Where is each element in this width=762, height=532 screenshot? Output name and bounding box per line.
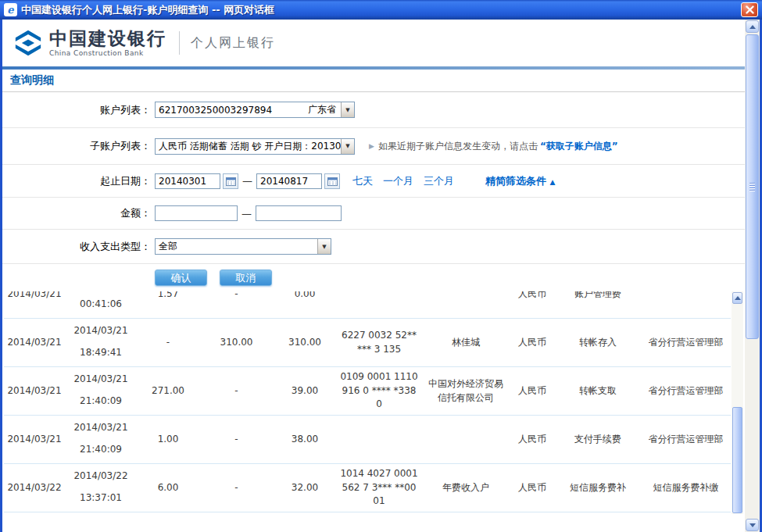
cell-balance: 0.00 (274, 291, 336, 318)
account-number: 6217003250003297894 (156, 105, 308, 116)
bank-name-cn: 中国建设银行 (49, 30, 166, 48)
cell-amount-out: 1.57 (137, 291, 199, 318)
cell-counterparty-name: 林佳城 (422, 319, 510, 366)
cell-trade-date: 2014/03/21 (4, 319, 65, 366)
calendar-from-button[interactable] (223, 173, 238, 189)
subaccount-select[interactable]: 人民币 活期储蓄 活期 钞 开户日期：20130917 ▼ (155, 138, 355, 155)
filter-toggle-link[interactable]: 精简筛选条件 ▲ (485, 174, 555, 188)
account-row: 账户列表： 6217003250003297894 广东省 ▼ (2, 92, 745, 128)
quick-range-link[interactable]: 一个月 (383, 174, 413, 188)
cell-trade-datetime: 2014/03/2121:40:09 (65, 367, 137, 415)
ie-icon: e (4, 3, 17, 16)
dialog-content: 中国建设银行 China Construction Bank 个人网上银行 查询… (2, 20, 745, 532)
fetch-subaccount-link[interactable]: “获取子账户信息” (540, 140, 618, 153)
date-to-input[interactable] (256, 173, 322, 189)
calendar-to-button[interactable] (324, 173, 340, 189)
cell-counterparty-account (336, 416, 422, 463)
button-row: 确认 取消 (2, 264, 745, 291)
cell-counterparty-name (422, 291, 510, 318)
type-select[interactable]: 全部 ▼ (155, 238, 331, 255)
table-scrollbar[interactable] (732, 291, 743, 514)
cell-trade-datetime: 2014/03/2100:41:06 (65, 291, 137, 318)
quick-range-link[interactable]: 七天 (352, 174, 373, 188)
dialog-scroll-up-button[interactable] (746, 20, 759, 33)
dialog-scroll-down-button[interactable] (746, 519, 759, 531)
date-range-row: 起止日期： — 七天一个月三个月 精简筛选条件 (2, 165, 745, 198)
note-arrow-icon: ▶ (369, 142, 374, 150)
scroll-up-icon (749, 25, 756, 29)
bank-header: 中国建设银行 China Construction Bank 个人网上银行 (2, 20, 745, 66)
dialog-scrollbar[interactable] (745, 20, 760, 532)
date-range-dash: — (242, 175, 252, 187)
cell-summary: 转帐存入 (555, 319, 641, 366)
cell-summary: 短信服务费补 (555, 464, 641, 512)
account-region: 广东省 (308, 103, 341, 116)
chevron-down-icon[interactable]: ▼ (341, 139, 354, 154)
header-separator (179, 31, 180, 55)
table-scrollbar-thumb[interactable] (732, 407, 742, 513)
ccb-logo-icon (13, 28, 43, 58)
type-value: 全部 (156, 240, 317, 253)
cell-currency: 人民币 (510, 319, 555, 366)
cell-branch (641, 291, 731, 318)
cell-branch: 省分行营运管理部 (641, 319, 731, 366)
type-row: 收入支出类型： 全部 ▼ (2, 230, 745, 264)
cell-balance: 32.00 (274, 464, 336, 512)
chevron-down-icon[interactable]: ▼ (341, 102, 354, 117)
calendar-icon (226, 177, 236, 186)
amount-max-input[interactable] (256, 205, 342, 221)
cell-balance: 39.00 (274, 367, 336, 415)
cell-counterparty-account: 1014 4027 0001 562 7 3*** **00 01 (336, 464, 422, 512)
section-title-row: 查询明细 (2, 70, 745, 92)
account-select[interactable]: 6217003250003297894 广东省 ▼ (155, 102, 355, 118)
cell-counterparty-name (422, 416, 510, 463)
cell-balance: 38.00 (274, 416, 336, 463)
subaccount-label: 子账户列表： (2, 139, 155, 153)
amount-min-input[interactable] (155, 205, 238, 221)
cell-amount-out: - (137, 319, 199, 366)
cancel-button[interactable]: 取消 (220, 270, 272, 286)
scrollbar-grip-icon (749, 183, 755, 192)
amount-range-dash: — (241, 208, 252, 220)
cell-currency: 人民币 (510, 464, 555, 512)
close-button[interactable] (741, 2, 758, 17)
cell-trade-date: 2014/03/22 (4, 464, 65, 512)
cell-amount-out: 271.00 (137, 367, 199, 415)
cell-amount-in: - (199, 367, 274, 415)
table-row: 2014/03/222014/03/2213:37:016.00-32.0010… (4, 464, 731, 512)
bank-name-block: 中国建设银行 China Construction Bank (49, 30, 166, 57)
cell-counterparty-account: 6227 0032 52** *** 3 135 (336, 319, 422, 366)
scroll-up-icon (735, 296, 741, 300)
cell-trade-date: 2014/03/21 (4, 367, 65, 415)
cell-branch: 短信服务费补缴 (641, 464, 731, 512)
dialog-scrollbar-thumb[interactable] (746, 34, 759, 339)
cell-trade-datetime: 2014/03/2118:49:41 (65, 319, 137, 366)
cell-summary: 转帐支取 (555, 367, 641, 415)
cell-currency: 人民币 (510, 416, 555, 463)
table-row: 2014/03/212014/03/2100:41:061.57-0.00人民币… (4, 291, 731, 319)
type-label: 收入支出类型： (2, 240, 155, 254)
date-range-label: 起止日期： (2, 174, 155, 188)
cell-balance: 310.00 (274, 319, 336, 366)
date-from-input[interactable] (155, 173, 220, 189)
quick-range-link[interactable]: 三个月 (424, 174, 454, 188)
cell-trade-datetime: 2014/03/2121:40:09 (65, 416, 137, 463)
collapse-up-icon: ▲ (550, 178, 556, 186)
close-icon (746, 5, 754, 14)
table-scroll-up-button[interactable] (732, 292, 742, 304)
table-row: 2014/03/212014/03/2121:40:09271.00-39.00… (4, 367, 731, 416)
cell-amount-out: 1.00 (137, 416, 199, 463)
page-title: 查询明细 (2, 73, 54, 87)
scroll-down-icon (749, 523, 756, 527)
chevron-down-icon[interactable]: ▼ (317, 239, 331, 254)
web-dialog-window: e 中国建设银行个人网上银行-账户明细查询 -- 网页对话框 中国建设银行 Ch… (0, 0, 762, 532)
account-label: 账户列表： (2, 103, 155, 117)
cell-amount-in: 310.00 (199, 319, 274, 366)
filter-toggle-label: 精简筛选条件 (485, 175, 546, 187)
subaccount-note: ▶ 如果近期子账户信息发生变动，请点击 “获取子账户信息” (369, 140, 618, 153)
title-bar: e 中国建设银行个人网上银行-账户明细查询 -- 网页对话框 (0, 0, 762, 20)
cell-counterparty-name: 年费收入户 (422, 464, 510, 512)
cell-branch: 省分行营运管理部 (641, 416, 731, 463)
confirm-button[interactable]: 确认 (155, 270, 207, 286)
bank-name-en: China Construction Bank (49, 50, 166, 57)
